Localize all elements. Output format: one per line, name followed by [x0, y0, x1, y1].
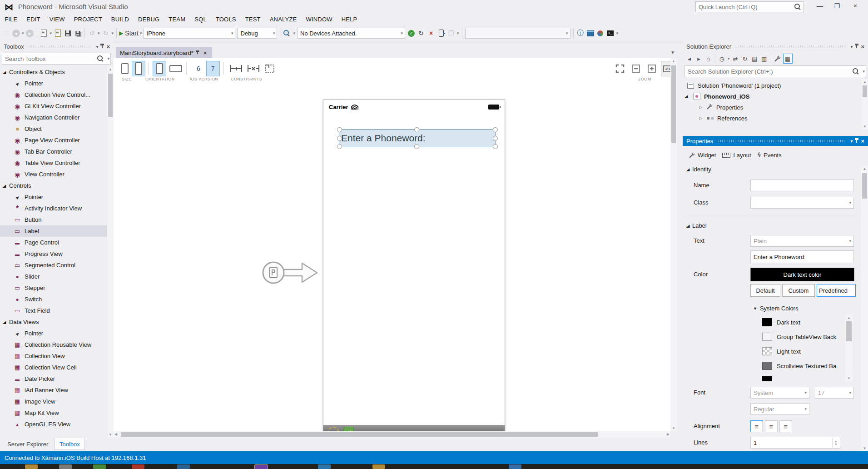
- menu-item[interactable]: TOOLS: [211, 14, 241, 25]
- constraint-width-icon[interactable]: [228, 61, 244, 76]
- refresh-icon[interactable]: ↻: [741, 54, 749, 63]
- tab-events[interactable]: ϟ Events: [758, 151, 782, 159]
- title-bar[interactable]: ⋈ Phoneword - Microsoft Visual Studio — …: [0, 0, 868, 14]
- scrollbar-thumb[interactable]: [121, 432, 598, 437]
- tab-server-explorer[interactable]: Server Explorer: [3, 439, 53, 449]
- storyboard-entry-point-icon[interactable]: [258, 256, 319, 289]
- expander-icon[interactable]: [684, 94, 688, 99]
- solution-explorer-scrollbar[interactable]: ▲ ▼: [862, 79, 868, 130]
- exit-segue-icon[interactable]: ⇥: [343, 427, 354, 431]
- solution-search-input[interactable]: [685, 68, 852, 75]
- document-list-dropdown-icon[interactable]: ▼: [670, 50, 675, 55]
- toolbox-item[interactable]: Map Kit View: [0, 407, 107, 419]
- restore-button[interactable]: ❐: [829, 0, 845, 12]
- empty-combo[interactable]: ▾: [465, 28, 570, 39]
- taskbar-icon[interactable]: [509, 464, 521, 469]
- scrollbar-thumb[interactable]: [846, 321, 852, 341]
- font-family-dropdown[interactable]: System ▾: [750, 387, 809, 399]
- toolbox-search-box[interactable]: ▾: [2, 53, 111, 65]
- iphone-design-surface[interactable]: Carrier Enter a Phoneword:: [323, 100, 505, 431]
- toolbar-grip[interactable]: ⋮⋮: [1, 30, 10, 36]
- toolbox-group-dataviews[interactable]: Data Views: [0, 316, 107, 328]
- toolbox-item[interactable]: Switch: [0, 294, 107, 305]
- console-icon[interactable]: >_: [606, 28, 615, 38]
- show-all-files-icon[interactable]: ▦: [783, 54, 793, 64]
- menu-item[interactable]: FILE: [0, 14, 22, 25]
- scroll-right-icon[interactable]: ▶: [667, 432, 670, 436]
- toolbox-item[interactable]: Stepper: [0, 282, 107, 294]
- text-value-input[interactable]: [751, 251, 853, 263]
- toolbox-item[interactable]: Slider: [0, 271, 107, 282]
- designer-vertical-scrollbar[interactable]: ▲ ▼: [670, 58, 677, 431]
- start-dropdown-icon[interactable]: ▾: [140, 31, 142, 35]
- quick-launch-box[interactable]: [695, 1, 804, 12]
- toolbox-item[interactable]: Image View: [0, 396, 107, 407]
- chevron-down-icon[interactable]: ▾: [863, 69, 865, 74]
- forward-icon[interactable]: ▸: [694, 54, 703, 63]
- designer-horizontal-scrollbar[interactable]: ◀ ▶: [114, 431, 670, 438]
- system-color-item[interactable]: [750, 373, 844, 381]
- system-color-item[interactable]: Scrollview Textured Ba: [750, 359, 844, 373]
- scroll-down-icon[interactable]: ▼: [862, 125, 868, 129]
- tab-layout[interactable]: Layout: [722, 152, 751, 159]
- label-section-header[interactable]: Label: [686, 222, 707, 229]
- toolbox-item[interactable]: Pointer: [0, 328, 107, 339]
- search-icon[interactable]: [853, 68, 858, 74]
- expander-icon[interactable]: [3, 320, 9, 324]
- toolbox-item[interactable]: Label: [0, 225, 107, 237]
- toolbox-item[interactable]: Pointer: [0, 78, 107, 89]
- toolbox-header[interactable]: Toolbox ▾ ×: [0, 41, 114, 52]
- menu-item[interactable]: PROJECT: [69, 14, 107, 25]
- toolbox-item[interactable]: View Controller: [0, 169, 107, 180]
- ios7-button[interactable]: 7: [206, 61, 220, 76]
- overflow-dropdown-icon[interactable]: ▾: [457, 31, 459, 35]
- orientation-landscape-button[interactable]: [169, 61, 183, 76]
- search-icon[interactable]: [97, 55, 103, 61]
- ios6-button[interactable]: 6: [192, 61, 205, 76]
- toolbox-item[interactable]: Segmented Control: [0, 259, 107, 271]
- expander-icon[interactable]: [699, 105, 702, 110]
- close-icon[interactable]: ×: [859, 138, 866, 145]
- toolbox-search-input[interactable]: [2, 55, 96, 62]
- navigate-forward-icon[interactable]: ▸: [25, 28, 35, 38]
- lines-field[interactable]: ▲▼: [750, 437, 840, 449]
- close-icon[interactable]: ×: [104, 43, 112, 50]
- size-4-inch-button[interactable]: [132, 61, 145, 76]
- taskbar-icon[interactable]: [177, 464, 190, 469]
- toolbox-item[interactable]: Collection View Control...: [0, 89, 107, 100]
- font-style-dropdown[interactable]: Regular ▾: [750, 403, 809, 415]
- menu-item[interactable]: VIEW: [45, 14, 69, 25]
- info-icon[interactable]: ⓘ: [576, 28, 585, 38]
- toolbox-item[interactable]: Navigation Controller: [0, 112, 107, 123]
- taskbar-icon[interactable]: [372, 464, 385, 469]
- properties-header[interactable]: Properties ▾ ×: [683, 136, 868, 146]
- toolbox-item[interactable]: Progress View: [0, 248, 107, 259]
- start-debug-button[interactable]: ▶ Start: [119, 28, 139, 38]
- close-icon[interactable]: ×: [859, 43, 866, 50]
- chevron-down-icon[interactable]: ▾: [728, 56, 730, 61]
- expander-icon[interactable]: [3, 70, 9, 75]
- document-tab[interactable]: MainStoryboard.storyboard* ×: [116, 47, 212, 58]
- resize-handle[interactable]: [493, 144, 498, 149]
- design-canvas[interactable]: Carrier Enter a Phoneword:: [114, 82, 670, 431]
- menu-item[interactable]: EDIT: [22, 14, 45, 25]
- toolbox-scrollbar[interactable]: ▲ ▼: [107, 66, 114, 438]
- toolbox-item[interactable]: Pointer: [0, 191, 107, 203]
- properties-scrollbar[interactable]: ▲ ▼: [861, 166, 868, 451]
- system-color-item[interactable]: Dark text: [750, 315, 844, 329]
- taskbar-icon[interactable]: [25, 464, 38, 469]
- toolbox-item[interactable]: GLKit View Controller: [0, 100, 107, 112]
- resize-handle[interactable]: [493, 127, 498, 132]
- back-dropdown-icon[interactable]: ▾: [22, 31, 24, 35]
- align-right-button[interactable]: ≡: [779, 420, 792, 432]
- configuration-combo[interactable]: Debug ▾: [237, 28, 277, 39]
- home-icon[interactable]: ⌂: [704, 54, 713, 63]
- color-sphere-icon[interactable]: [596, 28, 605, 38]
- color-custom-button[interactable]: Custom: [782, 284, 815, 297]
- scroll-down-icon[interactable]: ▼: [845, 376, 853, 380]
- scroll-up-icon[interactable]: ▲: [670, 59, 677, 63]
- scrollbar-thumb[interactable]: [108, 74, 113, 117]
- taskbar-icon[interactable]: [59, 464, 72, 469]
- pin-icon[interactable]: [196, 50, 199, 55]
- open-file-icon[interactable]: [53, 28, 62, 38]
